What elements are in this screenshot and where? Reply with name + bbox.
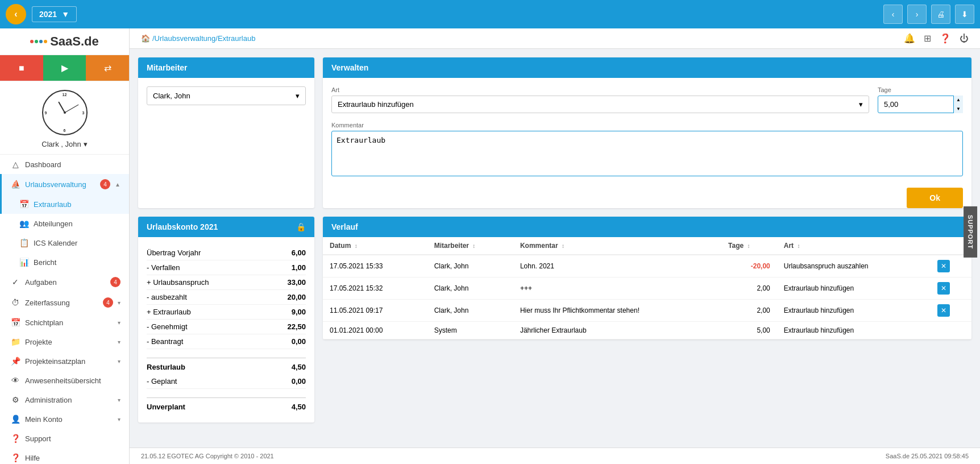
cell-mitarbeiter: Clark, John (427, 300, 513, 322)
notification-icon[interactable]: 🔔 (904, 33, 915, 44)
play-button[interactable]: ▶ (43, 55, 86, 81)
chevron-down-icon: ▾ (859, 100, 863, 109)
konto-label: - Beantragt (147, 337, 183, 346)
nav-label: Abteilungen (34, 219, 121, 228)
konto-label: + Extraurlaub (147, 308, 191, 316)
delete-button[interactable]: ✕ (937, 282, 950, 295)
nav-prev-button[interactable]: ‹ (883, 5, 903, 24)
mein-konto-icon: 👤 (10, 415, 20, 424)
konto-value: 4,50 (292, 403, 306, 411)
cell-art: Urlaubsanspruch auszahlen (777, 255, 931, 277)
konto-label: - Genehmigt (147, 322, 188, 331)
sidebar-item-extraurlaub[interactable]: 📅 Extraurlaub (0, 194, 129, 214)
verlauf-card: Verlauf Datum ↕ Mitarbeiter ↕ Kommentar … (323, 217, 971, 339)
col-tage[interactable]: Tage ↕ (721, 237, 777, 255)
sidebar-item-support[interactable]: ❓ Support (0, 429, 129, 448)
konto-label: Übertrag Vorjahr (147, 248, 201, 257)
mitarbeiter-title: Mitarbeiter (147, 63, 188, 72)
sidebar-item-aufgaben[interactable]: ✓ Aufgaben 4 (0, 272, 129, 292)
sidebar-item-bericht[interactable]: 📊 Bericht (0, 252, 129, 272)
delete-button[interactable]: ✕ (937, 260, 950, 272)
konto-row: + Urlaubsanspruch 33,00 (147, 275, 306, 290)
nav-label: Schichtplan (25, 318, 113, 327)
konto-row: - Beantragt 0,00 (147, 334, 306, 349)
cell-datum: 17.05.2021 15:33 (323, 255, 427, 277)
sidebar-item-projekteinsatzplan[interactable]: 📌 Projekteinsatzplan ▾ (0, 351, 129, 371)
sidebar-item-administration[interactable]: ⚙ Administration ▾ (0, 390, 129, 409)
nav-next-button[interactable]: › (907, 5, 927, 24)
print-button[interactable]: 🖨 (931, 5, 950, 24)
user-name[interactable]: Clark , John ▾ (41, 140, 87, 148)
spinner-up-button[interactable]: ▲ (954, 96, 963, 105)
col-art[interactable]: Art ↕ (777, 237, 931, 255)
sidebar-item-anwesenheitsuebersicht[interactable]: 👁 Anwesenheitsübersicht (0, 371, 129, 390)
main-layout: SaaS.de ■ ▶ ⇄ 12 6 3 9 Clark , John ▾ (0, 28, 980, 464)
dashboard-icon: △ (10, 160, 20, 169)
badge-aufgaben: 4 (110, 277, 121, 287)
sidebar-item-projekte[interactable]: 📁 Projekte ▾ (0, 332, 129, 351)
kommentar-textarea[interactable]: Extraurlaub (331, 131, 963, 176)
sidebar-item-ics-kalender[interactable]: 📋 ICS Kalender (0, 233, 129, 252)
sidebar-toolbar: ■ ▶ ⇄ (0, 55, 129, 81)
table-row: 11.05.2021 09:17 Clark, John Hier muss I… (323, 300, 971, 322)
col-datum[interactable]: Datum ↕ (323, 237, 427, 255)
power-icon[interactable]: ⏻ (960, 34, 969, 44)
year-label: 2021 (39, 10, 57, 19)
nav-label: Mein Konto (25, 415, 113, 424)
help-icon[interactable]: ❓ (940, 33, 951, 44)
nav-label: Hilfe (25, 454, 121, 462)
konto-value: 1,00 (292, 263, 306, 272)
ok-button[interactable]: Ok (907, 188, 963, 208)
grid-icon[interactable]: ⊞ (924, 33, 931, 44)
sort-icon-kommentar: ↕ (562, 243, 564, 249)
konto-row: - Geplant 0,00 (147, 374, 306, 389)
nav-label: Projekteinsatzplan (25, 357, 113, 366)
badge-zeiterfassung: 4 (103, 297, 113, 308)
table-row: 17.05.2021 15:32 Clark, John +++ 2,00 Ex… (323, 277, 971, 300)
extraurlaub-icon: 📅 (19, 200, 29, 209)
art-select[interactable]: Extraurlaub hinzufügen ▾ (331, 96, 869, 113)
transfer-button[interactable]: ⇄ (86, 55, 129, 81)
verlauf-table-header-row: Datum ↕ Mitarbeiter ↕ Kommentar ↕ Tage ↕… (323, 237, 971, 255)
cell-tage: 2,00 (721, 300, 777, 322)
footer-right: SaaS.de 25.05.2021 09:58:45 (886, 453, 969, 459)
zeiterfassung-icon: ⏱ (10, 298, 20, 307)
cell-kommentar: Hier muss Ihr Pflichtkommentar stehen! (513, 300, 721, 322)
sidebar-item-zeiterfassung[interactable]: ⏱ Zeiterfassung 4 ▾ (0, 292, 129, 313)
verlauf-table-body: 17.05.2021 15:33 Clark, John Lohn. 2021 … (323, 255, 971, 339)
sidebar-item-dashboard[interactable]: △ Dashboard (0, 155, 129, 174)
verlauf-table-container: Datum ↕ Mitarbeiter ↕ Kommentar ↕ Tage ↕… (323, 237, 971, 339)
sort-icon-datum: ↕ (355, 243, 358, 249)
sidebar-item-abteilungen[interactable]: 👥 Abteilungen (0, 214, 129, 233)
download-button[interactable]: ⬇ (955, 5, 974, 24)
tage-input[interactable] (878, 96, 963, 113)
spinner-down-button[interactable]: ▼ (954, 105, 963, 114)
cell-action: ✕ (931, 277, 971, 300)
stop-button[interactable]: ■ (0, 55, 43, 81)
bottom-cards-row: Urlaubskonto 2021 🔒 Übertrag Vorjahr 6,0… (138, 217, 971, 422)
back-button[interactable]: ‹ (6, 4, 26, 24)
col-kommentar[interactable]: Kommentar ↕ (513, 237, 721, 255)
sidebar-item-urlaubsverwaltung[interactable]: ⛵ Urlaubsverwaltung 4 ▲ (0, 174, 129, 194)
col-mitarbeiter[interactable]: Mitarbeiter ↕ (427, 237, 513, 255)
cell-datum: 01.01.2021 00:00 (323, 322, 427, 339)
konto-label: - Verfallen (147, 263, 180, 272)
chevron-down-icon: ▾ (84, 140, 88, 148)
konto-row-resturlaub: Resturlaub 4,50 (147, 358, 306, 374)
minute-hand (64, 105, 78, 113)
delete-button[interactable]: ✕ (937, 304, 950, 317)
sidebar-item-mein-konto[interactable]: 👤 Mein Konto ▾ (0, 409, 129, 429)
schichtplan-icon: 📅 (10, 318, 20, 327)
konto-label: - Geplant (147, 377, 177, 386)
support-tab[interactable]: SUPPORT (964, 206, 977, 258)
sidebar-item-hilfe[interactable]: ❓ Hilfe (0, 448, 129, 464)
clock-area: 12 6 3 9 Clark , John ▾ (0, 81, 129, 155)
badge-urlaubsverwaltung: 4 (100, 179, 110, 189)
dot-green (35, 40, 38, 43)
mitarbeiter-select[interactable]: Clark, John ▾ (147, 86, 306, 105)
hilfe-icon: ❓ (10, 453, 20, 462)
footer: 21.05.12 EGOTEC AG Copyright © 2010 - 20… (130, 448, 980, 464)
projekteinsatzplan-icon: 📌 (10, 357, 20, 366)
sidebar-item-schichtplan[interactable]: 📅 Schichtplan ▾ (0, 313, 129, 332)
year-selector[interactable]: 2021 ▼ (32, 6, 77, 22)
